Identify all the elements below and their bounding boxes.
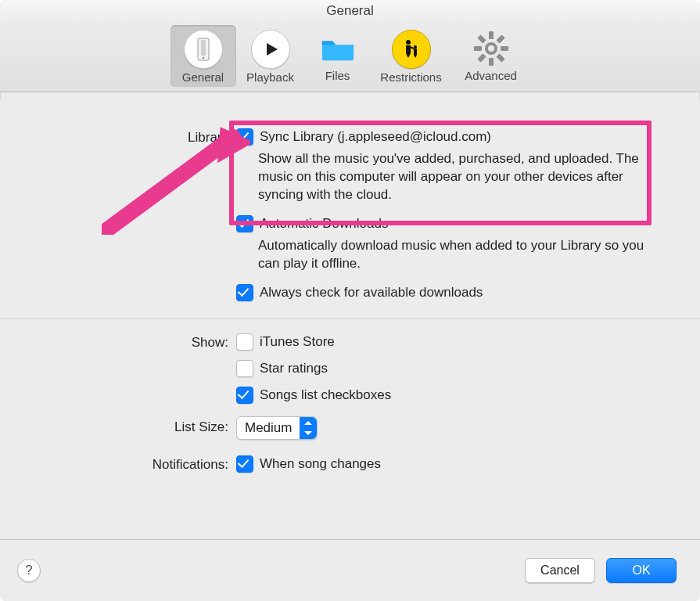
playback-icon <box>251 30 290 69</box>
itunes-store-label: iTunes Store <box>260 333 335 351</box>
show-section-label: Show: <box>0 333 236 351</box>
preferences-window: General General Playback <box>0 0 700 601</box>
always-check-downloads-checkbox[interactable] <box>236 284 253 301</box>
svg-point-15 <box>488 45 494 52</box>
automatic-downloads-label: Automatic Downloads <box>260 215 388 232</box>
notifications-section-label: Notifications: <box>0 455 236 473</box>
select-stepper-icon <box>300 417 317 439</box>
sync-library-label: Sync Library (j.appleseed@icloud.com) <box>260 128 491 146</box>
tab-restrictions-label: Restrictions <box>374 70 449 84</box>
tab-files[interactable]: Files <box>305 25 371 85</box>
svg-rect-9 <box>501 46 508 51</box>
svg-rect-1 <box>201 40 206 56</box>
song-changes-checkbox[interactable] <box>236 455 253 473</box>
preferences-toolbar: General Playback Files <box>0 22 700 92</box>
divider <box>0 318 700 319</box>
help-button[interactable]: ? <box>17 559 41 582</box>
songs-list-checkboxes-checkbox[interactable] <box>236 387 253 404</box>
song-changes-label: When song changes <box>260 455 381 473</box>
general-icon <box>184 30 223 69</box>
list-size-label: List Size: <box>0 416 236 435</box>
songs-list-checkboxes-label: Songs list checkboxes <box>260 387 391 404</box>
list-size-select[interactable]: Medium <box>236 416 318 440</box>
star-ratings-label: Star ratings <box>260 360 328 377</box>
sync-library-checkbox[interactable] <box>236 128 253 146</box>
library-section-label: Library <box>0 128 236 146</box>
tab-advanced[interactable]: Advanced <box>452 25 530 85</box>
svg-marker-3 <box>267 43 278 56</box>
tab-general[interactable]: General <box>171 25 236 87</box>
window-title: General <box>0 0 700 22</box>
itunes-store-checkbox[interactable] <box>236 333 253 351</box>
ok-button[interactable]: OK <box>606 558 677 583</box>
svg-rect-12 <box>477 53 486 62</box>
svg-rect-8 <box>489 58 494 66</box>
preferences-pane: Library Sync Library (j.appleseed@icloud… <box>0 100 700 540</box>
svg-rect-14 <box>496 53 504 62</box>
star-ratings-checkbox[interactable] <box>236 360 253 377</box>
files-icon <box>319 30 357 67</box>
tab-restrictions[interactable]: Restrictions <box>372 25 451 87</box>
always-check-downloads-label: Always check for available downloads <box>260 284 483 301</box>
svg-rect-7 <box>489 31 494 39</box>
button-bar: ? Cancel OK <box>0 539 700 601</box>
svg-rect-11 <box>496 34 504 43</box>
tab-playback[interactable]: Playback <box>238 25 303 87</box>
tab-files-label: Files <box>307 69 369 82</box>
list-size-value: Medium <box>245 420 300 436</box>
sync-library-description: Show all the music you've added, purchas… <box>258 150 648 204</box>
svg-point-5 <box>414 45 417 49</box>
advanced-icon <box>472 30 510 67</box>
cancel-button[interactable]: Cancel <box>525 558 595 583</box>
svg-rect-13 <box>477 34 486 43</box>
svg-point-4 <box>406 40 411 45</box>
automatic-downloads-checkbox[interactable] <box>236 215 253 232</box>
tab-playback-label: Playback <box>239 70 302 84</box>
svg-point-2 <box>202 57 203 59</box>
svg-rect-10 <box>474 46 482 51</box>
restrictions-icon <box>392 30 431 69</box>
tab-general-label: General <box>172 70 235 84</box>
tab-advanced-label: Advanced <box>454 69 529 82</box>
automatic-downloads-description: Automatically download music when added … <box>258 237 648 273</box>
